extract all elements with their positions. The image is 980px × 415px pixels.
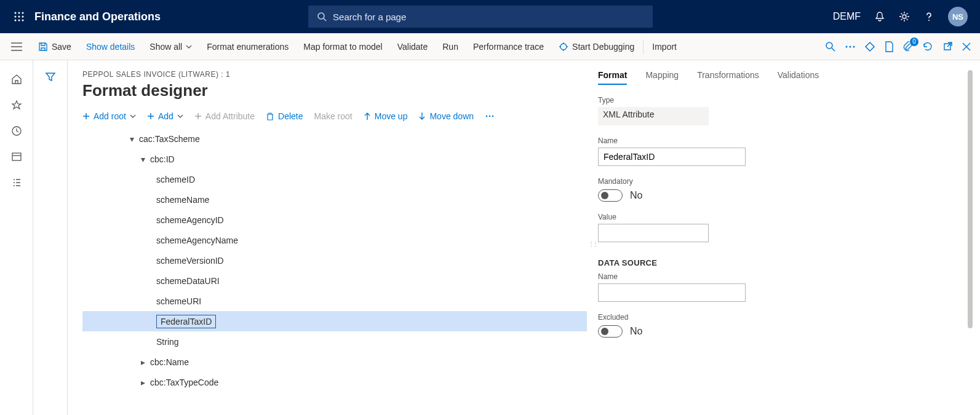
nav-workspaces[interactable]: [11, 151, 22, 162]
tree-row[interactable]: schemeAgencyID: [82, 210, 587, 230]
tree-row[interactable]: schemeDataURI: [82, 271, 587, 291]
popout-button[interactable]: [942, 41, 953, 52]
settings-button[interactable]: [899, 11, 910, 22]
nav-modules[interactable]: [11, 177, 22, 188]
notifications-button[interactable]: [874, 11, 885, 22]
tree-more-button[interactable]: [485, 111, 495, 121]
attachments-button[interactable]: 0: [902, 41, 914, 52]
caret-collapsed-icon[interactable]: ▸: [138, 377, 148, 387]
caret-expanded-icon[interactable]: ▾: [127, 134, 137, 144]
nav-recent[interactable]: [11, 125, 22, 136]
chevron-down-icon: [186, 44, 192, 50]
refresh-icon: [922, 41, 933, 52]
more-button[interactable]: [845, 41, 856, 52]
excluded-value: No: [630, 326, 642, 337]
show-all-button[interactable]: Show all: [142, 33, 199, 60]
tree-toolbar: Add root Add Add Attribute Delete Make r…: [82, 111, 587, 121]
options-button[interactable]: [864, 41, 875, 52]
close-button[interactable]: [962, 42, 971, 52]
mandatory-label: Mandatory: [598, 177, 958, 186]
svg-point-21: [853, 45, 855, 47]
company-picker[interactable]: DEMF: [833, 11, 861, 22]
tree-row[interactable]: schemeAgencyName: [82, 230, 587, 250]
page-icon: [884, 41, 894, 52]
filter-button[interactable]: [45, 71, 56, 82]
tab-validations[interactable]: Validations: [778, 70, 819, 85]
delete-button[interactable]: Delete: [266, 111, 303, 121]
app-header: Finance and Operations Search for a page…: [0, 0, 980, 33]
page-options-button[interactable]: [884, 41, 894, 52]
svg-point-0: [15, 12, 17, 14]
tree-row[interactable]: String: [82, 331, 587, 352]
bell-icon: [874, 11, 885, 22]
move-up-button[interactable]: Move up: [364, 111, 408, 121]
search-placeholder: Search for a page: [333, 12, 406, 22]
save-button[interactable]: Save: [31, 33, 79, 60]
tab-mapping[interactable]: Mapping: [645, 70, 679, 85]
tree-row[interactable]: schemeName: [82, 189, 587, 210]
svg-line-18: [832, 48, 835, 51]
tree-row[interactable]: ▸cbc:TaxTypeCode: [82, 372, 587, 392]
tree-row[interactable]: schemeURI: [82, 291, 587, 311]
home-icon: [11, 74, 22, 85]
caret-expanded-icon[interactable]: ▾: [138, 154, 148, 164]
svg-point-16: [560, 44, 567, 50]
value-label: Value: [598, 213, 958, 221]
nav-home[interactable]: [11, 74, 22, 85]
splitter[interactable]: [587, 70, 598, 415]
brand-title: Finance and Operations: [34, 10, 161, 23]
value-input[interactable]: [598, 224, 709, 242]
svg-point-5: [22, 16, 24, 18]
import-button[interactable]: Import: [645, 33, 684, 60]
list-icon: [11, 177, 22, 188]
excluded-toggle[interactable]: [598, 325, 623, 338]
plus-icon: [147, 113, 154, 120]
nav-favorites[interactable]: [11, 100, 22, 111]
format-tree: ▾cac:TaxScheme ▾cbc:ID schemeID schemeNa…: [82, 128, 587, 392]
app-launcher[interactable]: [5, 12, 33, 22]
svg-point-7: [18, 20, 20, 22]
tree-row[interactable]: schemeVersionID: [82, 250, 587, 271]
performance-trace-button[interactable]: Performance trace: [466, 33, 551, 60]
tree-row[interactable]: ▾cbc:ID: [82, 149, 587, 169]
command-bar: Save Show details Show all Format enumer…: [0, 33, 980, 60]
move-down-button[interactable]: Move down: [418, 111, 474, 121]
workspace-icon: [11, 151, 22, 162]
show-details-button[interactable]: Show details: [79, 33, 142, 60]
map-format-button[interactable]: Map format to model: [296, 33, 389, 60]
tree-row[interactable]: ▾cac:TaxScheme: [82, 128, 587, 149]
svg-point-9: [318, 13, 324, 19]
nav-toggle[interactable]: [2, 42, 31, 51]
mandatory-toggle[interactable]: [598, 189, 623, 202]
help-button[interactable]: [923, 11, 934, 22]
svg-point-2: [22, 12, 24, 14]
scrollbar[interactable]: [968, 70, 973, 328]
global-search[interactable]: Search for a page: [308, 6, 653, 28]
format-enumerations-button[interactable]: Format enumerations: [199, 33, 296, 60]
splitter-handle-icon: [588, 237, 597, 248]
name-label: Name: [598, 136, 958, 145]
gear-icon: [899, 11, 910, 22]
validate-button[interactable]: Validate: [390, 33, 436, 60]
popout-icon: [942, 41, 953, 52]
plus-icon: [82, 113, 90, 120]
refresh-button[interactable]: [922, 41, 933, 52]
start-debugging-button[interactable]: Start Debugging: [551, 33, 642, 60]
user-avatar[interactable]: NS: [948, 7, 968, 26]
tree-row-selected[interactable]: FederalTaxID: [82, 311, 587, 331]
properties-tabs: Format Mapping Transformations Validatio…: [598, 70, 958, 85]
add-root-button[interactable]: Add root: [82, 111, 136, 121]
run-button[interactable]: Run: [435, 33, 466, 60]
name-input[interactable]: [598, 148, 746, 166]
hamburger-icon: [11, 42, 22, 51]
tab-format[interactable]: Format: [598, 70, 627, 85]
caret-collapsed-icon[interactable]: ▸: [138, 357, 148, 367]
find-button[interactable]: [825, 41, 836, 52]
tree-row[interactable]: ▸cbc:Name: [82, 352, 587, 372]
ds-name-input[interactable]: [598, 283, 746, 302]
nav-rail: [0, 60, 33, 415]
tab-transformations[interactable]: Transformations: [697, 70, 759, 85]
tree-row[interactable]: schemeID: [82, 169, 587, 189]
add-button[interactable]: Add: [147, 111, 183, 121]
filter-column: [33, 60, 68, 415]
